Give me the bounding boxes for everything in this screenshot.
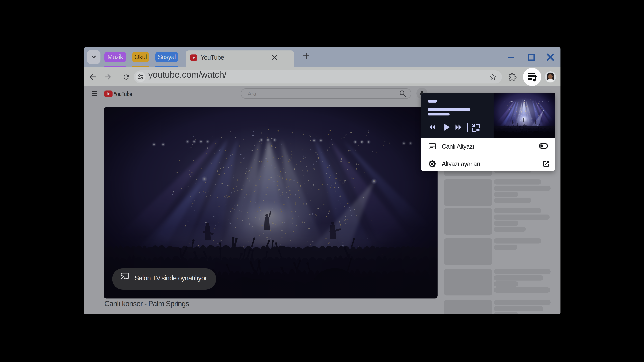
svg-text:YouTube: YouTube <box>114 90 132 98</box>
